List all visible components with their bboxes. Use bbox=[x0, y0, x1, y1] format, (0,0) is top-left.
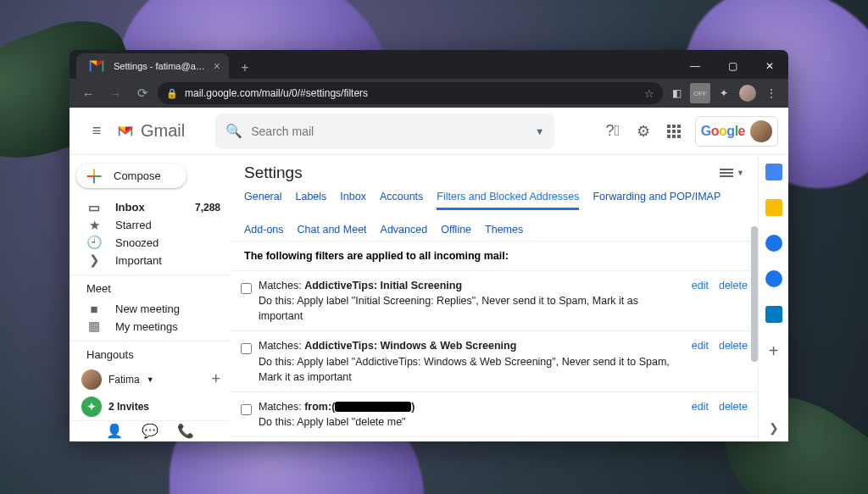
nav-important[interactable]: ❯ Important bbox=[70, 252, 231, 269]
maximize-button[interactable]: ▢ bbox=[714, 53, 751, 79]
settings-title: Settings bbox=[244, 164, 303, 182]
tab-close-icon[interactable]: × bbox=[214, 59, 220, 73]
hangouts-new-icon[interactable]: + bbox=[211, 370, 220, 388]
trello-addon-icon[interactable] bbox=[765, 306, 782, 323]
settings-tab[interactable]: Themes bbox=[485, 224, 523, 241]
profile-avatar-icon[interactable] bbox=[737, 83, 758, 103]
invites-badge-icon: ✦ bbox=[81, 397, 102, 417]
nav-inbox[interactable]: ▭ Inbox 7,288 bbox=[70, 198, 231, 216]
density-toggle[interactable]: ▼ bbox=[720, 169, 744, 177]
compose-button[interactable]: Compose bbox=[76, 164, 186, 188]
hangouts-user-row[interactable]: Fatima ▼ + bbox=[70, 366, 231, 393]
page-content: ≡ Gmail 🔍 ▼ ?⃝ ⚙ Google bbox=[70, 108, 788, 441]
scrollbar-thumb[interactable] bbox=[751, 226, 758, 362]
search-box[interactable]: 🔍 ▼ bbox=[215, 114, 554, 149]
keep-addon-icon[interactable] bbox=[765, 199, 782, 216]
star-icon: ★ bbox=[86, 218, 102, 233]
settings-tab[interactable]: General bbox=[244, 191, 281, 210]
svg-rect-1 bbox=[95, 175, 101, 177]
settings-tab[interactable]: Filters and Blocked Addresses bbox=[437, 191, 579, 210]
contacts-footer-icon[interactable]: 👤 bbox=[106, 423, 123, 439]
new-tab-button[interactable]: + bbox=[234, 57, 256, 79]
filter-actions: editdelete bbox=[692, 399, 748, 413]
calendar-addon-icon[interactable] bbox=[765, 164, 782, 180]
settings-tab[interactable]: Forwarding and POP/IMAP bbox=[593, 191, 721, 210]
filter-edit-link[interactable]: edit bbox=[692, 340, 709, 352]
filter-edit-link[interactable]: edit bbox=[692, 280, 709, 291]
lock-icon: 🔒 bbox=[166, 88, 178, 99]
phone-footer-icon[interactable]: 📞 bbox=[177, 423, 194, 439]
omnibox[interactable]: 🔒 mail.google.com/mail/u/0/#settings/fil… bbox=[158, 82, 663, 104]
reload-button[interactable]: ⟳ bbox=[131, 81, 154, 105]
hangouts-invites-label: 2 Invites bbox=[108, 401, 149, 413]
back-button[interactable]: ← bbox=[76, 81, 100, 105]
clock-icon: 🕘 bbox=[86, 235, 102, 250]
search-icon: 🔍 bbox=[225, 123, 242, 139]
filter-edit-link[interactable]: edit bbox=[692, 401, 709, 413]
support-icon[interactable]: ?⃝ bbox=[604, 122, 622, 141]
filter-row: Matches: from:()Do this: Apply label "de… bbox=[231, 391, 758, 436]
gmail-logo[interactable]: Gmail bbox=[114, 121, 185, 141]
get-addons-icon[interactable]: + bbox=[769, 341, 779, 361]
hangouts-header: Hangouts bbox=[70, 341, 231, 366]
extensions-puzzle-icon[interactable]: ✦ bbox=[714, 83, 734, 103]
filter-delete-link[interactable]: delete bbox=[719, 340, 748, 352]
url-text: mail.google.com/mail/u/0/#settings/filte… bbox=[185, 87, 368, 99]
settings-tab[interactable]: Labels bbox=[295, 191, 326, 210]
window-controls: — ▢ ✕ bbox=[676, 53, 788, 79]
filter-checkbox[interactable] bbox=[241, 283, 252, 294]
settings-tab[interactable]: Add-ons bbox=[244, 224, 284, 241]
bookmark-star-icon[interactable]: ☆ bbox=[644, 87, 654, 100]
tasks-addon-icon[interactable] bbox=[765, 235, 782, 252]
settings-tab[interactable]: Offline bbox=[441, 224, 471, 241]
search-options-icon[interactable]: ▼ bbox=[535, 126, 544, 136]
nav-starred-label: Starred bbox=[115, 219, 152, 231]
filter-checkbox[interactable] bbox=[241, 343, 252, 354]
nav-inbox-count: 7,288 bbox=[195, 202, 220, 214]
filter-checkbox[interactable] bbox=[241, 404, 252, 415]
meet-my[interactable]: ▦ My meetings bbox=[70, 318, 231, 336]
side-panel: + ❯ bbox=[758, 155, 788, 441]
nav-snoozed[interactable]: 🕘 Snoozed bbox=[70, 234, 231, 252]
filter-text: Matches: AddictiveTips: Initial Screenin… bbox=[259, 278, 685, 324]
filter-text: Matches: AddictiveTips: Windows & Web Sc… bbox=[259, 338, 685, 384]
filters-list: Matches: AddictiveTips: Initial Screenin… bbox=[231, 270, 758, 441]
hangouts-invites-row[interactable]: ✦ 2 Invites bbox=[70, 393, 231, 420]
hangouts-dropdown-icon[interactable]: ▼ bbox=[147, 375, 154, 384]
main-menu-icon[interactable]: ≡ bbox=[80, 122, 114, 140]
filter-delete-link[interactable]: delete bbox=[719, 280, 748, 291]
hangouts-footer-icon[interactable]: 💬 bbox=[142, 423, 159, 439]
settings-tab[interactable]: Inbox bbox=[340, 191, 366, 210]
settings-tab[interactable]: Chat and Meet bbox=[298, 224, 367, 241]
minimize-button[interactable]: — bbox=[676, 53, 714, 79]
account-chip[interactable]: Google bbox=[695, 116, 778, 147]
meet-new-label: New meeting bbox=[115, 303, 180, 315]
calendar-icon: ▦ bbox=[86, 319, 102, 334]
close-window-button[interactable]: ✕ bbox=[751, 53, 788, 79]
settings-tab[interactable]: Accounts bbox=[380, 191, 423, 210]
filter-delete-link[interactable]: delete bbox=[719, 401, 748, 413]
nav-important-label: Important bbox=[115, 254, 162, 267]
search-input[interactable] bbox=[251, 125, 535, 138]
chrome-menu-icon[interactable]: ⋮ bbox=[761, 83, 782, 103]
filter-text: Matches: from:()Do this: Apply label "de… bbox=[259, 399, 685, 430]
hide-panel-icon[interactable]: ❯ bbox=[769, 421, 779, 435]
contacts-addon-icon[interactable] bbox=[765, 270, 782, 287]
compose-label: Compose bbox=[114, 169, 161, 182]
nav-starred[interactable]: ★ Starred bbox=[70, 216, 231, 234]
forward-button[interactable]: → bbox=[103, 81, 127, 105]
google-apps-icon[interactable] bbox=[665, 122, 683, 141]
nav-inbox-label: Inbox bbox=[115, 201, 145, 214]
filters-intro: The following filters are applied to all… bbox=[231, 241, 758, 270]
sidebar-footer: 👤 💬 📞 bbox=[70, 420, 231, 441]
account-avatar-icon bbox=[750, 120, 772, 142]
settings-tab[interactable]: Advanced bbox=[381, 224, 428, 241]
extension-icon-1[interactable]: ◧ bbox=[666, 83, 687, 103]
settings-gear-icon[interactable]: ⚙ bbox=[634, 122, 653, 141]
gmail-wordmark: Gmail bbox=[141, 121, 185, 141]
browser-tab[interactable]: Settings - fatima@addictivetips.c × bbox=[76, 53, 229, 79]
sidebar: Compose ▭ Inbox 7,288 ★ Starred 🕘 Snooze… bbox=[70, 155, 231, 441]
meet-header: Meet bbox=[70, 275, 231, 300]
meet-new[interactable]: ■ New meeting bbox=[70, 300, 231, 318]
extension-icon-2[interactable]: OFF bbox=[690, 83, 710, 103]
